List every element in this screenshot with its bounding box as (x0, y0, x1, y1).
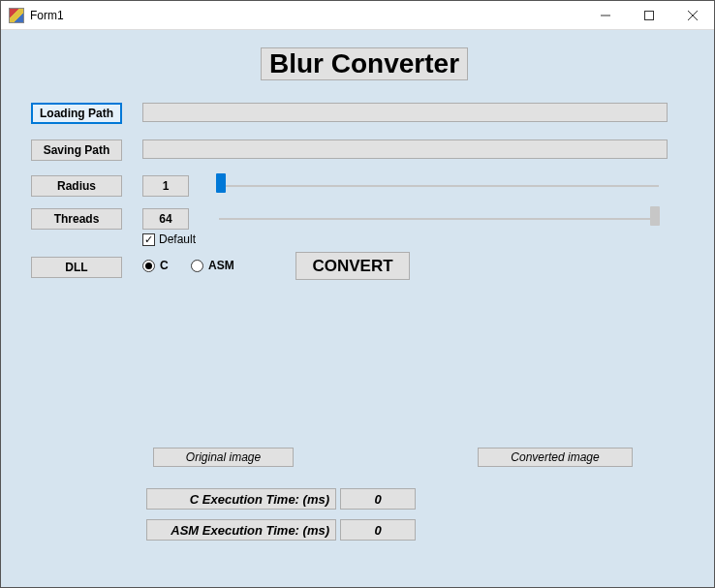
radius-value: 1 (142, 175, 189, 197)
client-area: Blur Converter Loading Path Saving Path … (1, 30, 714, 587)
saving-path-input[interactable] (142, 139, 668, 159)
threads-slider-thumb[interactable] (650, 206, 660, 226)
asm-exec-label: ASM Execution Time: (ms) (146, 519, 336, 541)
svg-rect-1 (644, 11, 653, 19)
saving-path-button[interactable]: Saving Path (31, 139, 122, 161)
default-checkbox[interactable] (142, 233, 155, 246)
convert-button[interactable]: CONVERT (295, 252, 410, 280)
asm-exec-value: 0 (340, 519, 416, 541)
titlebar: Form1 (1, 1, 714, 30)
close-button[interactable] (670, 1, 714, 29)
radio-c[interactable] (142, 260, 155, 272)
radio-asm[interactable] (191, 260, 203, 272)
window: Form1 Blur Converter Loading Path Saving… (0, 0, 715, 588)
c-exec-label: C Execution Time: (ms) (146, 488, 336, 510)
c-exec-value: 0 (340, 488, 416, 510)
threads-slider-track[interactable] (219, 218, 659, 220)
radio-asm-label: ASM (208, 259, 234, 272)
radio-asm-row: ASM (191, 259, 234, 272)
radius-slider-thumb[interactable] (216, 173, 226, 193)
window-title: Form1 (30, 9, 64, 22)
radio-c-row: C (142, 259, 169, 272)
minimize-button[interactable] (583, 1, 627, 29)
page-title: Blur Converter (261, 47, 468, 80)
loading-path-button[interactable]: Loading Path (31, 103, 122, 124)
maximize-button[interactable] (627, 1, 670, 29)
threads-button[interactable]: Threads (31, 208, 122, 230)
radius-slider-track[interactable] (219, 185, 659, 187)
default-checkbox-label: Default (159, 232, 196, 246)
loading-path-input[interactable] (142, 103, 668, 122)
radius-button[interactable]: Radius (31, 175, 122, 197)
default-checkbox-row: Default (142, 232, 196, 246)
original-image-label: Original image (153, 448, 294, 467)
threads-value: 64 (142, 208, 189, 230)
app-icon (9, 8, 24, 23)
radio-c-label: C (160, 259, 169, 272)
dll-button[interactable]: DLL (31, 257, 122, 278)
converted-image-label: Converted image (478, 448, 633, 467)
